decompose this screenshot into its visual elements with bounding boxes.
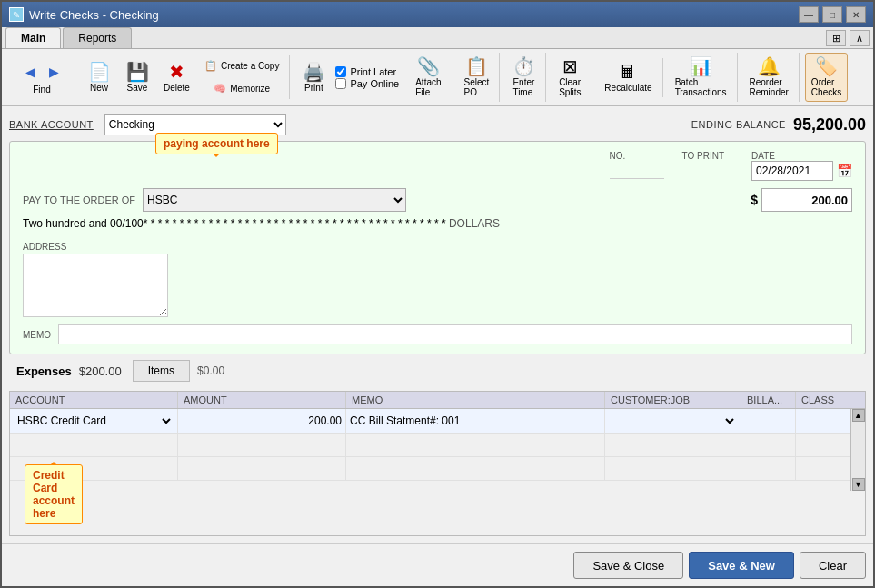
select-po-label: SelectPO <box>464 77 490 97</box>
attach-group: 📎 AttachFile <box>405 53 452 102</box>
table-row: HSBC Credit Card <box>10 409 850 434</box>
new-button[interactable]: 📄 New <box>81 58 117 97</box>
ending-balance-section: ENDING BALANCE 95,200.00 <box>691 115 866 135</box>
expenses-bar: Expenses $200.00 Items $0.00 <box>9 360 866 382</box>
memo-row: MEMO <box>23 324 852 344</box>
expenses-amount: $200.00 <box>79 364 122 378</box>
next-button[interactable]: ▶ <box>43 61 65 83</box>
print-icon: 🖨️ <box>303 63 325 81</box>
find-label: Find <box>33 85 50 95</box>
pay-online-label: Pay Online <box>350 78 399 89</box>
main-window: ✎ Write Checks - Checking — □ ✕ Main Rep… <box>0 0 875 588</box>
print-later-row: Print Later <box>335 66 399 77</box>
recalculate-button[interactable]: 🖩 Recalculate <box>598 58 658 97</box>
print-group: 🖨️ Print Print Later Pay Online <box>292 58 403 97</box>
memorize-btn[interactable]: 🧠 Memorize <box>207 78 276 99</box>
class-select-1[interactable] <box>800 411 850 431</box>
dollar-sign: $ <box>751 193 758 207</box>
tab-reports[interactable]: Reports <box>63 27 132 48</box>
memo-input[interactable] <box>58 324 852 344</box>
th-account: ACCOUNT <box>10 392 178 408</box>
order-checks-icon: 🏷️ <box>815 57 838 75</box>
title-bar: ✎ Write Checks - Checking — □ ✕ <box>2 2 873 27</box>
address-label: ADDRESS <box>23 242 852 252</box>
reorder-icon: 🔔 <box>758 57 781 75</box>
main-content: BANK ACCOUNT Checking ENDING BALANCE 95,… <box>2 106 873 543</box>
memorize-button[interactable]: 📋 Create a Copy <box>198 55 285 76</box>
delete-button[interactable]: ✖ Delete <box>157 58 196 97</box>
amount-input-1[interactable] <box>182 414 342 427</box>
batch-group: 📊 BatchTransactions <box>665 53 738 102</box>
save-new-button[interactable]: Save & New <box>689 552 794 579</box>
check-no-section: NO. TO PRINT <box>610 151 724 179</box>
tab-main[interactable]: Main <box>5 27 61 48</box>
items-tab[interactable]: Items <box>133 360 190 382</box>
td-amount-1 <box>178 409 346 433</box>
close-button[interactable]: ✕ <box>846 6 866 23</box>
td-memo-2 <box>346 434 605 456</box>
minimize-button[interactable]: — <box>799 6 819 23</box>
pay-online-row: Pay Online <box>335 78 399 89</box>
clear-button[interactable]: Clear <box>800 552 866 579</box>
paying-account-callout: paying account here <box>155 133 278 154</box>
scroll-up[interactable]: ▲ <box>852 409 865 422</box>
restore-button[interactable]: □ <box>822 6 842 23</box>
memo-input-1[interactable] <box>350 414 601 427</box>
find-button[interactable]: ◀ ▶ Find <box>13 56 71 99</box>
address-section: ADDRESS <box>23 242 852 317</box>
ending-balance-value: 95,200.00 <box>793 115 866 135</box>
window-title: Write Checks - Checking <box>29 8 159 22</box>
date-label: DATE <box>751 151 852 161</box>
th-memo: MEMO <box>346 392 605 408</box>
th-amount: AMOUNT <box>178 392 346 408</box>
print-later-checkbox[interactable] <box>335 66 346 77</box>
save-close-button[interactable]: Save & Close <box>573 552 683 579</box>
prev-button[interactable]: ◀ <box>19 61 41 83</box>
clear-splits-button[interactable]: ⊠ ClearSplits <box>552 53 588 102</box>
clear-splits-group: ⊠ ClearSplits <box>548 53 592 102</box>
check-area: paying account here NO. TO PRINT <box>9 141 866 354</box>
td-class-3 <box>796 457 850 480</box>
amount-box: $ <box>751 188 852 212</box>
date-row: 📅 <box>751 161 852 181</box>
td-account-2 <box>10 434 178 456</box>
clear-splits-icon: ⊠ <box>562 57 578 75</box>
tab-expand-button[interactable]: ⊞ <box>826 30 846 46</box>
custjob-select-1[interactable] <box>609 411 737 431</box>
create-copy-icon: 📋 <box>204 60 217 72</box>
order-checks-button[interactable]: 🏷️ OrderChecks <box>805 53 848 102</box>
batch-button[interactable]: 📊 BatchTransactions <box>669 53 733 102</box>
calendar-icon[interactable]: 📅 <box>837 164 852 178</box>
toolbar: ◀ ▶ Find 📄 New 💾 Save ✖ Delete � <box>2 49 873 106</box>
pay-online-checkbox[interactable] <box>335 78 346 89</box>
td-billa-1 <box>741 409 796 433</box>
payee-select[interactable]: HSBC <box>143 188 406 212</box>
find-group: ◀ ▶ Find <box>9 56 75 99</box>
app-icon: ✎ <box>9 7 24 22</box>
recalculate-icon: 🖩 <box>619 63 637 81</box>
enter-time-label: EnterTime <box>512 77 534 97</box>
amount-input[interactable] <box>761 188 852 212</box>
title-bar-left: ✎ Write Checks - Checking <box>9 7 159 22</box>
date-input[interactable] <box>751 161 833 181</box>
account-select-1[interactable]: HSBC Credit Card <box>14 411 174 431</box>
select-po-button[interactable]: 📋 SelectPO <box>458 53 496 102</box>
expenses-tab[interactable]: Expenses <box>9 361 79 382</box>
order-checks-group: 🏷️ OrderChecks <box>801 53 851 102</box>
print-button[interactable]: 🖨️ Print <box>295 58 332 97</box>
td-account-1: HSBC Credit Card <box>10 409 178 433</box>
enter-time-button[interactable]: ⏱️ EnterTime <box>505 53 542 102</box>
th-class: CLASS <box>796 392 866 408</box>
select-po-group: 📋 SelectPO <box>454 53 501 102</box>
table-row <box>10 434 850 457</box>
scroll-down[interactable]: ▼ <box>852 478 865 491</box>
attach-file-button[interactable]: 📎 AttachFile <box>409 53 447 102</box>
table-scrollbar[interactable]: ▲ ▼ <box>850 409 865 491</box>
reorder-group: 🔔 ReorderReminder <box>740 53 800 102</box>
reorder-button[interactable]: 🔔 ReorderReminder <box>743 53 795 102</box>
expenses-table: ACCOUNT AMOUNT MEMO CUSTOMER:JOB BILLA..… <box>9 391 866 536</box>
tab-collapse-button[interactable]: ∧ <box>850 30 870 46</box>
order-checks-label: OrderChecks <box>811 77 841 97</box>
save-button[interactable]: 💾 Save <box>119 58 155 97</box>
address-input[interactable] <box>23 254 168 317</box>
